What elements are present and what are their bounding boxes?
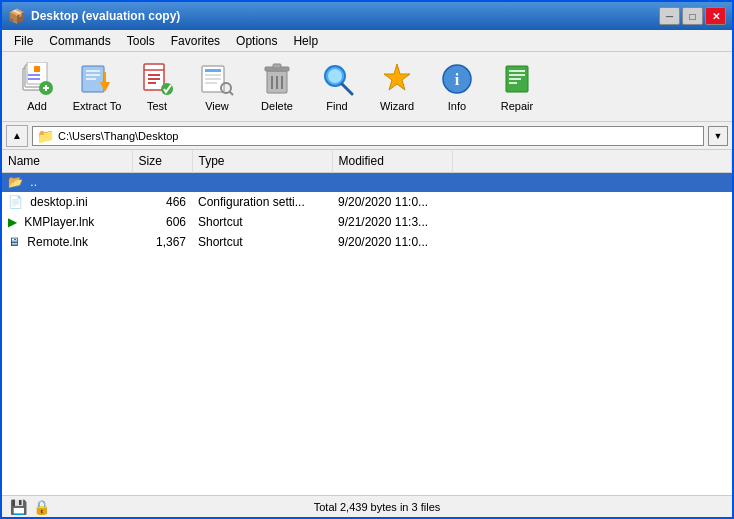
address-path[interactable]: 📁 C:\Users\Thang\Desktop bbox=[32, 126, 704, 146]
menu-file[interactable]: File bbox=[6, 30, 41, 51]
svg-rect-14 bbox=[104, 72, 106, 82]
title-bar: 📦 Desktop (evaluation copy) ─ □ ✕ bbox=[2, 2, 732, 30]
file-modified: 9/20/2020 11:0... bbox=[332, 232, 452, 252]
file-list: Name Size Type Modified 📂 .. bbox=[2, 150, 732, 495]
file-name: ▶ KMPlayer.lnk bbox=[2, 212, 132, 232]
delete-icon bbox=[259, 62, 295, 97]
svg-rect-8 bbox=[45, 85, 47, 91]
file-type: Shortcut bbox=[192, 212, 332, 232]
window-title: Desktop (evaluation copy) bbox=[31, 9, 180, 23]
extract-to-icon bbox=[79, 62, 115, 97]
dropdown-arrow-icon: ▼ bbox=[714, 131, 723, 141]
svg-rect-42 bbox=[509, 74, 525, 76]
table-row[interactable]: ▶ KMPlayer.lnk 606 Shortcut 9/21/2020 11… bbox=[2, 212, 732, 232]
repair-button[interactable]: Repair bbox=[488, 57, 546, 117]
extract-to-button[interactable]: Extract To bbox=[68, 57, 126, 117]
wizard-icon bbox=[379, 62, 415, 97]
address-dropdown-button[interactable]: ▼ bbox=[708, 126, 728, 146]
drive-icon: 💾 bbox=[10, 499, 27, 515]
file-name: 📂 .. bbox=[2, 172, 132, 192]
info-button[interactable]: i Info bbox=[428, 57, 486, 117]
svg-rect-25 bbox=[205, 82, 217, 84]
address-text: C:\Users\Thang\Desktop bbox=[58, 130, 178, 142]
maximize-button[interactable]: □ bbox=[682, 7, 703, 25]
status-left: 💾 🔒 bbox=[10, 499, 50, 515]
shortcut2-icon: 🖥 bbox=[8, 235, 20, 249]
wizard-button[interactable]: Wizard bbox=[368, 57, 426, 117]
minimize-button[interactable]: ─ bbox=[659, 7, 680, 25]
svg-rect-2 bbox=[27, 62, 47, 84]
table-row[interactable]: 📂 .. bbox=[2, 172, 732, 192]
menu-help[interactable]: Help bbox=[285, 30, 326, 51]
svg-rect-30 bbox=[273, 64, 281, 68]
shortcut-icon: ▶ bbox=[8, 215, 17, 229]
file-size: 466 bbox=[132, 192, 192, 212]
test-icon bbox=[139, 62, 175, 97]
wizard-label: Wizard bbox=[380, 100, 414, 112]
test-label: Test bbox=[147, 100, 167, 112]
file-size bbox=[132, 172, 192, 192]
menu-favorites[interactable]: Favorites bbox=[163, 30, 228, 51]
parent-dir-icon: 📂 bbox=[8, 175, 23, 189]
table-row[interactable]: 🖥 Remote.lnk 1,367 Shortcut 9/20/2020 11… bbox=[2, 232, 732, 252]
repair-icon bbox=[499, 62, 535, 97]
svg-rect-11 bbox=[86, 74, 100, 76]
col-header-extra bbox=[452, 150, 732, 172]
toolbar: Add Extract To bbox=[2, 52, 732, 122]
menu-tools[interactable]: Tools bbox=[119, 30, 163, 51]
svg-marker-37 bbox=[384, 64, 410, 90]
svg-rect-3 bbox=[34, 66, 40, 72]
file-size: 1,367 bbox=[132, 232, 192, 252]
svg-text:i: i bbox=[455, 71, 460, 88]
col-header-modified[interactable]: Modified bbox=[332, 150, 452, 172]
view-button[interactable]: View bbox=[188, 57, 246, 117]
status-bar: 💾 🔒 Total 2,439 bytes in 3 files bbox=[2, 495, 732, 517]
col-header-size[interactable]: Size bbox=[132, 150, 192, 172]
svg-rect-22 bbox=[205, 69, 221, 72]
menu-commands[interactable]: Commands bbox=[41, 30, 118, 51]
svg-rect-5 bbox=[28, 78, 40, 80]
info-label: Info bbox=[448, 100, 466, 112]
table-row[interactable]: 📄 desktop.ini 466 Configuration setti...… bbox=[2, 192, 732, 212]
file-type bbox=[192, 172, 332, 192]
svg-rect-18 bbox=[148, 78, 160, 80]
up-button[interactable]: ▲ bbox=[6, 125, 28, 147]
add-button[interactable]: Add bbox=[8, 57, 66, 117]
menu-bar: File Commands Tools Favorites Options He… bbox=[2, 30, 732, 52]
col-header-name[interactable]: Name bbox=[2, 150, 132, 172]
close-button[interactable]: ✕ bbox=[705, 7, 726, 25]
svg-rect-17 bbox=[148, 74, 160, 76]
svg-rect-19 bbox=[148, 82, 156, 84]
info-icon: i bbox=[439, 62, 475, 97]
svg-rect-15 bbox=[144, 64, 164, 90]
find-button[interactable]: Find bbox=[308, 57, 366, 117]
view-label: View bbox=[205, 100, 229, 112]
status-text: Total 2,439 bytes in 3 files bbox=[314, 501, 441, 513]
main-window: 📦 Desktop (evaluation copy) ─ □ ✕ File C… bbox=[0, 0, 734, 519]
test-button[interactable]: Test bbox=[128, 57, 186, 117]
svg-rect-24 bbox=[205, 78, 221, 80]
find-icon bbox=[319, 62, 355, 97]
svg-rect-23 bbox=[205, 74, 221, 76]
svg-point-35 bbox=[328, 69, 342, 83]
file-modified: 9/20/2020 11:0... bbox=[332, 192, 452, 212]
lock-icon: 🔒 bbox=[33, 499, 50, 515]
find-label: Find bbox=[326, 100, 347, 112]
repair-label: Repair bbox=[501, 100, 533, 112]
delete-label: Delete bbox=[261, 100, 293, 112]
app-icon: 📦 bbox=[8, 8, 25, 24]
table-header-row: Name Size Type Modified bbox=[2, 150, 732, 172]
file-name: 🖥 Remote.lnk bbox=[2, 232, 132, 252]
address-bar: ▲ 📁 C:\Users\Thang\Desktop ▼ bbox=[2, 122, 732, 150]
svg-line-27 bbox=[230, 92, 234, 96]
menu-options[interactable]: Options bbox=[228, 30, 285, 51]
delete-button[interactable]: Delete bbox=[248, 57, 306, 117]
file-type: Configuration setti... bbox=[192, 192, 332, 212]
view-icon bbox=[199, 62, 235, 97]
file-modified bbox=[332, 172, 452, 192]
file-size: 606 bbox=[132, 212, 192, 232]
file-table: Name Size Type Modified 📂 .. bbox=[2, 150, 732, 252]
add-label: Add bbox=[27, 100, 47, 112]
title-bar-left: 📦 Desktop (evaluation copy) bbox=[8, 8, 180, 24]
col-header-type[interactable]: Type bbox=[192, 150, 332, 172]
